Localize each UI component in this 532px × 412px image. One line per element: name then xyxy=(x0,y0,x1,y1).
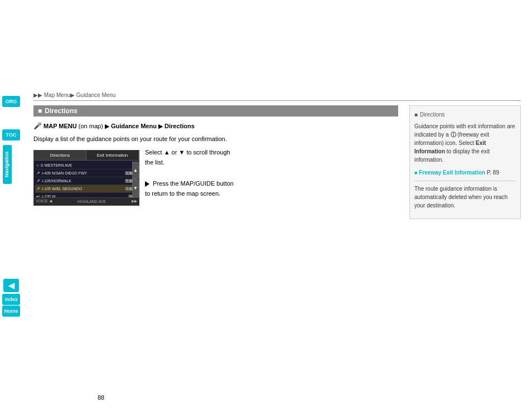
sidebar-left: ORG TOC Navigation ◀ Index Home xyxy=(0,0,22,412)
mic-icon: 🎤 xyxy=(33,122,42,130)
content-layout: ■ Directions 🎤 MAP MENU (on map) ▶ Guida… xyxy=(33,105,521,219)
left-column: ■ Directions 🎤 MAP MENU (on map) ▶ Guida… xyxy=(33,105,398,219)
sidebar-btn-back[interactable]: ◀ xyxy=(3,279,19,292)
triangle-icon xyxy=(145,181,149,187)
main-content: ▶▶ Map Menu▶ Guidance Menu ■ Directions … xyxy=(22,0,532,412)
item-label: I-105 W/EL SEGUNDO xyxy=(42,187,82,191)
sidebar-btn-index[interactable]: Index xyxy=(2,294,20,305)
arrow2: ▶ xyxy=(158,123,165,129)
exit-info-bold: Exit Information xyxy=(414,140,486,154)
item-label: I-105/NORWALK xyxy=(42,179,71,183)
item-icon: ↗ xyxy=(36,186,40,191)
section-title: Directions xyxy=(45,107,78,115)
footer-arrows: ▶▶ xyxy=(132,199,137,203)
map-tab-exit-info[interactable]: Exit Information xyxy=(86,151,139,160)
select-instruction: Select ▲ or ▼ to scroll through the list… xyxy=(145,147,240,168)
item-label: S WESTERN AVE xyxy=(41,163,72,167)
display-text: Display a list of the guidance points on… xyxy=(33,134,398,144)
scroll-down-btn[interactable]: ▼ xyxy=(132,180,139,197)
arrow1: ▶ xyxy=(105,123,111,129)
notes-text-1: Guidance points with exit information ar… xyxy=(414,122,516,164)
map-screen: Directions Exit Information ○ S WESTERN … xyxy=(33,150,139,206)
sidebar-btn-toc[interactable]: TOC xyxy=(2,129,20,140)
item-label: I-405 N/SAN DIEGO FWY xyxy=(42,171,87,175)
page-number: 88 xyxy=(98,394,104,401)
sidebar-btn-navigation[interactable]: Navigation xyxy=(3,145,12,184)
sidebar-btn-home[interactable]: Home xyxy=(2,306,20,317)
notes-divider xyxy=(414,181,516,181)
link-page-ref: P. 89 xyxy=(487,169,499,176)
notes-header-title: Directions xyxy=(420,110,444,119)
list-item[interactable]: ○ S WESTERN AVE xyxy=(35,162,138,169)
map-tab-directions[interactable]: Directions xyxy=(34,151,86,160)
map-list: ○ S WESTERN AVE ↗ I-405 N/SAN DIEGO FWY … xyxy=(34,161,139,202)
map-header-row: Directions Exit Information xyxy=(34,151,139,161)
section-header: ■ Directions xyxy=(33,105,398,117)
item-icon: ↗ xyxy=(36,178,40,183)
item-icon: ○ xyxy=(36,163,39,168)
scroll-up-btn[interactable]: ▲ xyxy=(132,162,139,180)
footer-voice: VOICE ◀ xyxy=(36,199,52,203)
freeway-exit-link[interactable]: Freeway Exit Information xyxy=(419,169,485,176)
list-item[interactable]: ↗ I-105 W/EL SEGUNDO 0.8mi xyxy=(35,185,138,193)
instruction-line: 🎤 MAP MENU (on map) ▶ Guidance Menu ▶ Di… xyxy=(33,121,398,131)
side-instructions: Select ▲ or ▼ to scroll through the list… xyxy=(145,147,240,199)
link-icon: ■ xyxy=(414,170,417,176)
map-menu-label: MAP MENU xyxy=(43,123,77,129)
list-item[interactable]: ↗ I-105/NORWALK 5.9mi xyxy=(35,177,138,185)
notes-header-icon: ■ xyxy=(414,110,418,119)
right-column: ■ Directions Guidance points with exit i… xyxy=(409,105,521,219)
breadcrumb: ▶▶ Map Menu▶ Guidance Menu xyxy=(33,92,521,101)
item-icon: ↗ xyxy=(36,171,40,176)
footer-location: HIGHLAND AVE xyxy=(78,200,106,203)
list-item[interactable]: ↗ I-405 N/SAN DIEGO FWY 0.8mi xyxy=(35,169,138,177)
sidebar-btn-org[interactable]: ORG xyxy=(2,96,20,107)
notes-panel: ■ Directions Guidance points with exit i… xyxy=(409,105,521,219)
breadcrumb-text: ▶▶ Map Menu▶ Guidance Menu xyxy=(33,92,115,98)
map-footer: VOICE ◀ HIGHLAND AVE ▶▶ xyxy=(34,197,139,205)
notes-link-line: ■ Freeway Exit Information P. 89 xyxy=(414,168,516,177)
notes-text-2: The route guidance information is automa… xyxy=(414,185,516,210)
directions-label: Directions xyxy=(165,123,195,129)
section-header-icon: ■ xyxy=(38,107,42,115)
guidance-menu-label: Guidance Menu xyxy=(111,123,157,129)
press-instruction: Press the MAP/GUIDE button to return to … xyxy=(145,178,240,199)
info-icon: ⓘ xyxy=(451,132,456,138)
map-menu-note: (on map) xyxy=(79,123,103,129)
notes-panel-header: ■ Directions xyxy=(414,110,516,119)
